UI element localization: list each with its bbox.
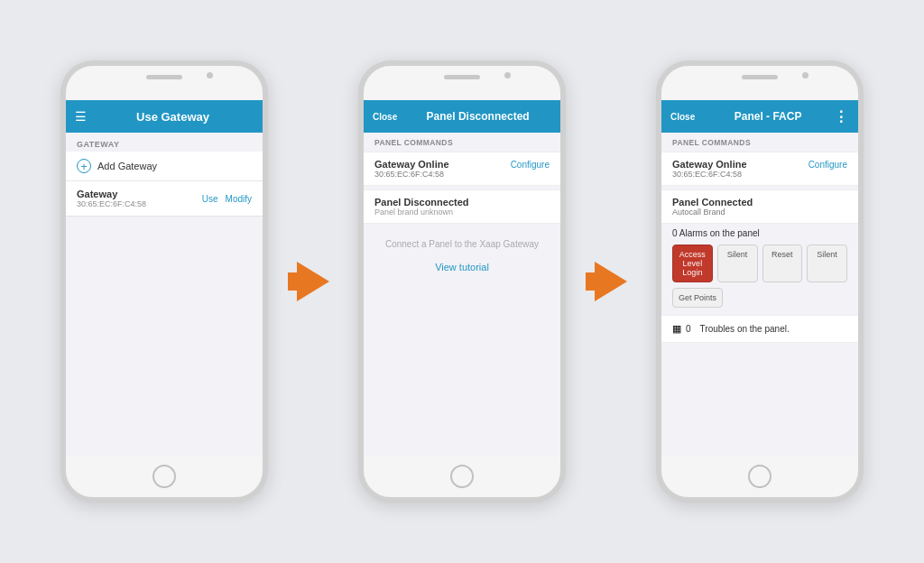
phone-2: Close Panel Disconnected PANEL COMMANDS …	[358, 60, 566, 503]
gw-online-name: Gateway Online	[374, 159, 449, 170]
phone-1-camera	[207, 72, 213, 78]
gateway-name: Gateway	[77, 189, 146, 199]
phone-2-header: Close Panel Disconnected	[364, 100, 560, 133]
phone-2-content: PANEL COMMANDS Gateway Online Configure …	[364, 133, 560, 456]
arrow-2-container	[584, 262, 638, 301]
phone-3-close-btn[interactable]: Close	[670, 112, 695, 122]
action-buttons-row-2: Get Points	[661, 286, 858, 309]
phone-1-home-button[interactable]	[152, 465, 176, 488]
alarms-row: 0 Alarms on the panel	[661, 224, 858, 241]
phone-1-content: GATEWAY + Add Gateway Gateway 30:65:EC:6…	[66, 133, 263, 456]
phone-1-top	[66, 66, 263, 100]
troubles-label-text: Troubles on the panel.	[700, 324, 790, 334]
phone-2-screen: Close Panel Disconnected PANEL COMMANDS …	[364, 100, 560, 456]
panel-conn-sub: Autocall Brand	[672, 208, 847, 217]
action-buttons-row-1: Access Level Login Silent Reset Silent	[661, 241, 858, 286]
reset-btn[interactable]: Reset	[762, 245, 803, 282]
panel-disc-sub: Panel brand unknown	[374, 208, 550, 217]
phone-3-gw-online-title-row: Gateway Online Configure	[672, 159, 847, 170]
phone-1-screen: ☰ Use Gateway GATEWAY + Add Gateway Gate…	[66, 100, 263, 456]
add-icon: +	[77, 159, 91, 173]
phone-2-close-btn[interactable]: Close	[373, 112, 397, 122]
phone-3-top	[661, 66, 858, 100]
troubles-icon: ▦	[672, 323, 681, 335]
gateway-row: Gateway 30:65:EC:6F:C4:58 Use Modify	[66, 181, 263, 217]
phone-3-gw-online-name: Gateway Online	[672, 159, 747, 170]
phone-3-screen: Close Panel - FACP ⋮ PANEL COMMANDS Gate…	[661, 100, 858, 456]
gw-online-title-row: Gateway Online Configure	[374, 159, 550, 170]
panel-conn-title: Panel Connected	[672, 197, 847, 208]
phone-2-home-button[interactable]	[450, 465, 474, 488]
phone-2-bottom	[364, 456, 560, 497]
main-scene: ☰ Use Gateway GATEWAY + Add Gateway Gate…	[42, 42, 882, 521]
phone-2-header-title: Panel Disconnected	[404, 110, 551, 123]
gateway-mac: 30:65:EC:6F:C4:58	[77, 199, 146, 208]
phone-3-speaker	[742, 75, 778, 79]
panel-connected-row: Panel Connected Autocall Brand	[661, 189, 858, 224]
add-gateway-row[interactable]: + Add Gateway	[66, 152, 263, 181]
arrow-1	[297, 262, 329, 301]
gateway-section-label: GATEWAY	[66, 133, 263, 152]
view-tutorial-link[interactable]: View tutorial	[364, 258, 560, 276]
phone-3-configure-link[interactable]: Configure	[808, 160, 847, 170]
arrow-2	[595, 262, 627, 301]
phone-1-speaker	[146, 75, 182, 79]
phone-3: Close Panel - FACP ⋮ PANEL COMMANDS Gate…	[656, 60, 864, 503]
phone-3-home-button[interactable]	[748, 465, 772, 488]
phone-3-content: PANEL COMMANDS Gateway Online Configure …	[661, 133, 858, 456]
access-level-login-btn[interactable]: Access Level Login	[672, 245, 713, 282]
panel-disc-title: Panel Disconnected	[374, 197, 550, 208]
phone-2-camera	[504, 72, 511, 78]
phone-3-panel-section: PANEL COMMANDS	[661, 133, 858, 150]
alarms-count: 0	[672, 228, 678, 238]
gw-online-mac: 30:65:EC:6F:C4:58	[374, 170, 550, 179]
troubles-row: ▦ 0 Troubles on the panel.	[661, 315, 858, 343]
more-icon[interactable]: ⋮	[834, 108, 849, 125]
gateway-online-row: Gateway Online Configure 30:65:EC:6F:C4:…	[364, 152, 560, 186]
connect-hint: Connect a Panel to the Xaap Gateway	[364, 224, 560, 258]
use-link[interactable]: Use	[202, 194, 218, 204]
add-gateway-label: Add Gateway	[97, 161, 157, 171]
phone-3-gw-online-mac: 30:65:EC:6F:C4:58	[672, 170, 847, 179]
phone-1-header: ☰ Use Gateway	[66, 100, 263, 133]
phone-2-top	[364, 66, 560, 100]
phone-1-bottom	[66, 456, 263, 497]
configure-link[interactable]: Configure	[511, 160, 550, 170]
phone-2-panel-commands-label: PANEL COMMANDS	[374, 138, 550, 147]
phone-1: ☰ Use Gateway GATEWAY + Add Gateway Gate…	[60, 60, 268, 503]
alarms-label-text: Alarms on the panel	[679, 228, 760, 238]
troubles-count: 0	[686, 324, 691, 334]
get-points-btn[interactable]: Get Points	[672, 288, 723, 308]
phone-3-header: Close Panel - FACP ⋮	[661, 100, 858, 133]
panel-disconnected-row: Panel Disconnected Panel brand unknown	[364, 189, 560, 224]
gateway-info: Gateway 30:65:EC:6F:C4:58	[77, 189, 146, 208]
modify-link[interactable]: Modify	[226, 194, 252, 204]
phone-3-gateway-online-row: Gateway Online Configure 30:65:EC:6F:C4:…	[661, 152, 858, 186]
phone-3-header-title: Panel - FACP	[702, 110, 834, 123]
phone-3-camera	[802, 72, 808, 78]
menu-icon[interactable]: ☰	[75, 109, 87, 124]
phone-3-panel-commands-label: PANEL COMMANDS	[672, 138, 847, 147]
arrow-1-container	[286, 262, 340, 301]
phone-1-header-title: Use Gateway	[92, 110, 254, 124]
phone-2-speaker	[444, 75, 480, 79]
silent-btn-2[interactable]: Silent	[807, 245, 847, 282]
silent-btn-1[interactable]: Silent	[717, 245, 758, 282]
gateway-actions: Use Modify	[202, 194, 252, 204]
phone-2-panel-section: PANEL COMMANDS	[364, 133, 560, 150]
phone-3-bottom	[661, 456, 858, 497]
